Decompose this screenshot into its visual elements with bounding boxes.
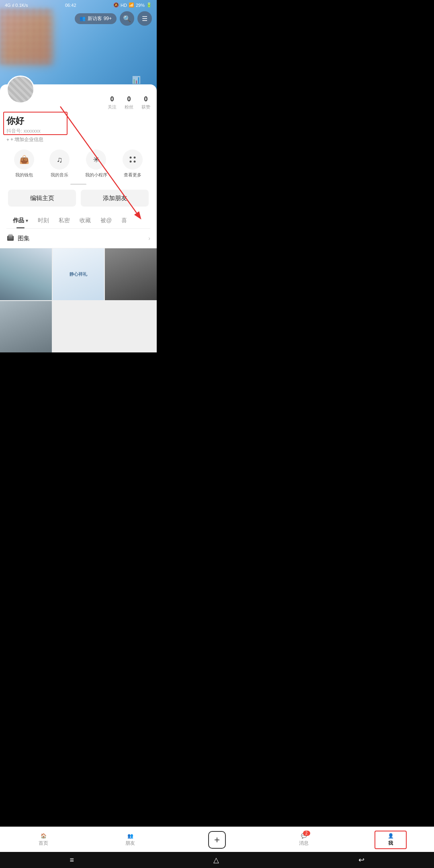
tab-works[interactable]: 作品 ▾: [8, 213, 33, 228]
cover-icon-decoration: 📊: [132, 76, 141, 84]
data-speed: 0.1K/s: [15, 3, 28, 8]
tab-liked-label: 喜: [121, 217, 127, 223]
username: 你好: [6, 115, 150, 127]
visitor-button[interactable]: 👥 新访客 99+: [75, 13, 117, 24]
tab-liked[interactable]: 喜: [117, 213, 132, 228]
more-icon: [123, 149, 143, 170]
tab-favorites[interactable]: 收藏: [75, 213, 96, 228]
menu-icon: ☰: [142, 15, 147, 23]
grid-item-3[interactable]: [105, 248, 157, 300]
music-label: 我的音乐: [51, 172, 68, 178]
visitor-label: 新访客 99+: [88, 15, 112, 22]
likes-label: 获赞: [141, 104, 150, 109]
stat-likes[interactable]: 0 获赞: [141, 96, 150, 110]
tab-works-label: 作品: [13, 217, 24, 223]
grid-item-1[interactable]: [0, 248, 52, 300]
battery-icon: 🔋: [146, 2, 152, 8]
tab-works-arrow: ▾: [26, 218, 28, 223]
user-id: 抖音号: xxxxxxx: [6, 128, 150, 135]
quick-actions: 👜 我的钱包 ♫ 我的音乐 ✳ 我的小程序 查看更多: [6, 143, 150, 182]
miniprogram-action[interactable]: ✳ 我的小程序: [85, 149, 107, 178]
add-business-button[interactable]: + + 增加企业信息: [6, 136, 150, 143]
status-right: 🔕 HD 📶 29% 🔋: [113, 2, 152, 8]
tab-mentioned[interactable]: 被@: [96, 213, 117, 228]
network-signal: 4G ıl: [5, 3, 14, 8]
edit-homepage-button[interactable]: 编辑主页: [8, 190, 76, 207]
wallet-action[interactable]: 👜 我的钱包: [14, 149, 34, 178]
add-business-label: + 增加企业信息: [10, 136, 43, 143]
music-icon: ♫: [49, 149, 70, 170]
tab-mentioned-label: 被@: [100, 217, 112, 223]
tabs-bar: 作品 ▾ 时刻 私密 收藏 被@ 喜: [6, 213, 150, 229]
tab-private-label: 私密: [59, 217, 70, 223]
header-buttons: 👥 新访客 99+ 🔍 ☰: [75, 11, 152, 26]
grid-item-2[interactable]: 静心祥礼: [53, 248, 104, 300]
status-left: 4G ıl 0.1K/s: [5, 3, 28, 8]
visitor-icon: 👥: [80, 16, 86, 21]
tab-moments[interactable]: 时刻: [33, 213, 54, 228]
album-label: 图集: [18, 235, 30, 242]
cover-pixel-decoration: [0, 8, 52, 64]
album-left: 图集: [6, 233, 30, 243]
status-time: 06:42: [65, 3, 76, 8]
album-chevron-icon: ›: [148, 235, 150, 242]
tab-private[interactable]: 私密: [54, 213, 75, 228]
wifi-icon: 📶: [129, 2, 134, 8]
following-label: 关注: [108, 104, 117, 109]
album-stack-icon: [6, 233, 14, 243]
edit-homepage-label: 编辑主页: [30, 194, 54, 202]
profile-section: 0 关注 0 粉丝 0 获赞 你好 抖音号: xxxxxxx + + 增加企业信…: [0, 84, 157, 229]
wallet-label: 我的钱包: [15, 172, 33, 178]
add-friend-label: 添加朋友: [103, 194, 127, 202]
avatar-image: [8, 77, 33, 102]
profile-top: 0 关注 0 粉丝 0 获赞: [6, 88, 150, 113]
profile-stats: 0 关注 0 粉丝 0 获赞: [108, 92, 150, 110]
svg-point-3: [133, 157, 135, 159]
svg-point-5: [133, 161, 135, 163]
search-button[interactable]: 🔍: [120, 11, 134, 26]
music-action[interactable]: ♫ 我的音乐: [49, 149, 70, 178]
stat-following[interactable]: 0 关注: [108, 96, 117, 110]
divider: [70, 184, 86, 185]
stat-followers[interactable]: 0 粉丝: [125, 96, 133, 110]
grid-item-4[interactable]: [0, 301, 52, 353]
svg-point-2: [129, 157, 131, 159]
name-area: 你好 抖音号: xxxxxxx: [6, 115, 150, 135]
following-count: 0: [108, 96, 117, 103]
followers-label: 粉丝: [125, 104, 133, 109]
avatar[interactable]: [6, 76, 35, 104]
hd-label: HD: [121, 3, 127, 8]
miniprogram-icon: ✳: [86, 149, 106, 170]
more-label: 查看更多: [124, 172, 141, 178]
likes-count: 0: [141, 96, 150, 103]
svg-point-4: [129, 161, 131, 163]
wallet-icon: 👜: [14, 149, 34, 170]
battery-label: 29%: [136, 3, 145, 8]
status-bar: 4G ıl 0.1K/s 06:42 🔕 HD 📶 29% 🔋: [0, 0, 157, 10]
album-section[interactable]: 图集 ›: [0, 229, 157, 248]
followers-count: 0: [125, 96, 133, 103]
tab-moments-label: 时刻: [38, 217, 49, 223]
search-icon: 🔍: [123, 15, 131, 23]
more-action[interactable]: 查看更多: [123, 149, 143, 178]
menu-button[interactable]: ☰: [137, 11, 152, 26]
bell-icon: 🔕: [113, 2, 119, 8]
tab-favorites-label: 收藏: [80, 217, 91, 223]
content-grid: 静心祥礼: [0, 248, 157, 352]
miniprogram-label: 我的小程序: [85, 172, 107, 178]
action-buttons: 编辑主页 添加朋友: [6, 190, 150, 213]
svg-rect-8: [9, 234, 12, 237]
add-friend-button[interactable]: 添加朋友: [81, 190, 149, 207]
add-icon: +: [6, 137, 9, 143]
